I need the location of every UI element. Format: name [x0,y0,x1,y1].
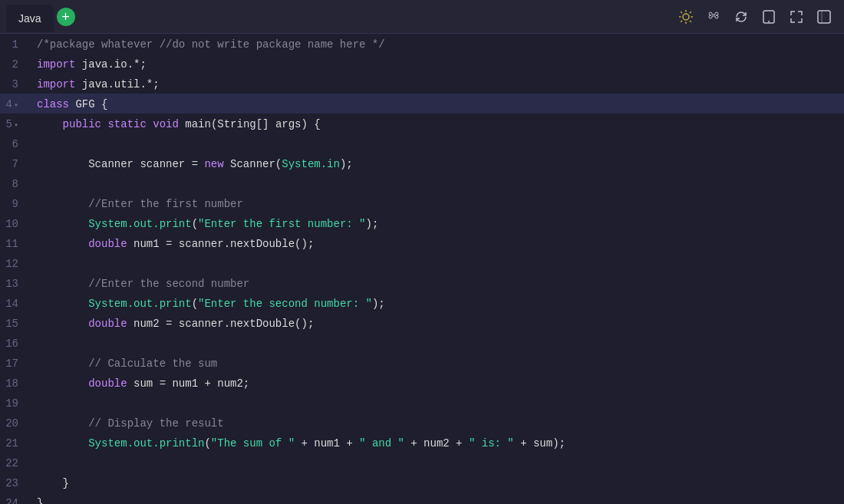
table-row: 18 double sum = num1 + num2; [0,373,844,393]
code-content: //Enter the first number [31,193,844,213]
code-content [31,173,844,193]
line-number: 14 [0,293,31,313]
sun-icon[interactable] [678,9,694,25]
code-content: import java.io.*; [31,54,844,74]
tab-label: Java [18,12,41,25]
table-row: 2 import java.io.*; [0,54,844,74]
line-number: 9 [0,193,31,213]
command-icon[interactable] [706,9,721,25]
svg-line-5 [681,12,682,13]
line-number: 15 [0,313,31,333]
code-content: double num1 = scanner.nextDouble(); [31,233,844,253]
code-content [31,253,844,273]
table-row: 4▾ class GFG { [0,94,844,114]
table-row: 7 Scanner scanner = new Scanner(System.i… [0,153,844,173]
table-row: 10 System.out.print("Enter the first num… [0,213,844,233]
line-number: 16 [0,333,31,353]
svg-rect-11 [818,11,830,23]
svg-point-10 [768,21,770,22]
table-row: 6 [0,133,844,153]
code-content: /*package whatever //do not write packag… [31,34,844,54]
code-content: public static void main(String[] args) { [31,114,844,133]
svg-line-8 [681,21,682,22]
code-content: class GFG { [31,94,844,114]
line-number: 8 [0,173,31,193]
code-content: } [31,473,844,492]
fullscreen-icon[interactable] [816,9,832,25]
code-content: double sum = num1 + num2; [31,373,844,393]
line-number: 22 [0,453,31,473]
code-content: System.out.println("The sum of " + num1 … [31,433,844,453]
table-row: 14 System.out.print("Enter the second nu… [0,293,844,313]
table-row: 22 [0,453,844,473]
line-number: 5▾ [0,114,31,133]
code-content: // Calculate the sum [31,353,844,373]
refresh-icon[interactable] [734,9,749,25]
code-content [31,453,844,473]
code-content: double num2 = scanner.nextDouble(); [31,313,844,333]
line-number: 3 [0,74,31,94]
toolbar-right [678,9,838,25]
code-content: System.out.print("Enter the first number… [31,213,844,233]
line-number: 21 [0,433,31,453]
svg-line-6 [690,21,691,22]
table-row: 21 System.out.println("The sum of " + nu… [0,433,844,453]
code-content [31,133,844,153]
code-table: 1 /*package whatever //do not write pack… [0,34,844,504]
line-number: 6 [0,133,31,153]
window: Java + [0,0,844,504]
tablet-icon[interactable] [761,9,776,25]
table-row: 5▾ public static void main(String[] args… [0,114,844,133]
line-number: 24 [0,492,31,504]
table-row: 19 [0,393,844,413]
table-row: 11 double num1 = scanner.nextDouble(); [0,233,844,253]
code-content: System.out.print("Enter the second numbe… [31,293,844,313]
table-row: 1 /*package whatever //do not write pack… [0,34,844,54]
line-number: 1 [0,34,31,54]
table-row: 16 [0,333,844,353]
line-number: 4▾ [0,94,31,114]
code-content: Scanner scanner = new Scanner(System.in)… [31,153,844,173]
table-row: 20 // Display the result [0,413,844,433]
table-row: 3 import java.util.*; [0,74,844,94]
code-content: //Enter the second number [31,273,844,293]
table-row: 9 //Enter the first number [0,193,844,213]
code-content: } [31,492,844,504]
line-number: 13 [0,273,31,293]
line-number: 20 [0,413,31,433]
svg-point-0 [683,14,689,20]
table-row: 24 } [0,492,844,504]
expand-icon[interactable] [789,9,804,25]
svg-line-7 [690,12,691,13]
table-row: 23 } [0,473,844,492]
table-row: 13 //Enter the second number [0,273,844,293]
title-bar: Java + [0,0,844,34]
table-row: 8 [0,173,844,193]
line-number: 19 [0,393,31,413]
java-tab[interactable]: Java [6,5,54,32]
line-number: 7 [0,153,31,173]
line-number: 11 [0,233,31,253]
code-editor[interactable]: 1 /*package whatever //do not write pack… [0,34,844,504]
line-number: 2 [0,54,31,74]
line-number: 12 [0,253,31,273]
code-content [31,333,844,353]
line-number: 10 [0,213,31,233]
code-content [31,393,844,413]
code-content: import java.util.*; [31,74,844,94]
code-content: // Display the result [31,413,844,433]
line-number: 23 [0,473,31,492]
table-row: 15 double num2 = scanner.nextDouble(); [0,313,844,333]
line-number: 18 [0,373,31,393]
table-row: 17 // Calculate the sum [0,353,844,373]
add-tab-button[interactable]: + [57,8,75,26]
table-row: 12 [0,253,844,273]
line-number: 17 [0,353,31,373]
